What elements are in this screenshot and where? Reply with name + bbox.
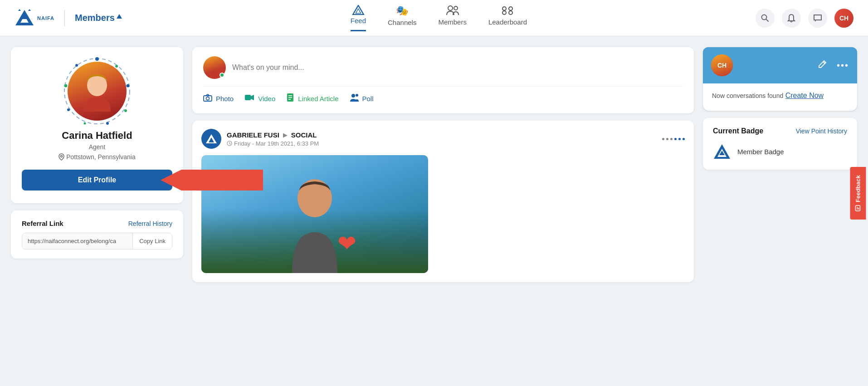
- conversation-avatar: CH: [711, 54, 733, 76]
- user-avatar[interactable]: CH: [834, 9, 853, 28]
- logo-area: NAIFA Members: [15, 9, 122, 27]
- composer-actions: Photo Video: [203, 86, 683, 104]
- badge-title: Current Badge: [713, 127, 763, 135]
- svg-line-42: [229, 144, 231, 145]
- feed-center: Photo Video: [192, 47, 694, 282]
- online-indicator: [219, 73, 224, 78]
- referral-card: Referral Link Referral History https://n…: [11, 210, 183, 259]
- edit-icon: [818, 60, 827, 69]
- post-author-avatar-icon: [205, 133, 217, 144]
- composer-input[interactable]: [232, 64, 683, 72]
- messages-button[interactable]: [808, 9, 827, 28]
- conversation-menu-button[interactable]: •••: [837, 60, 849, 71]
- article-label: Linked Article: [298, 95, 338, 103]
- clock-icon: [227, 141, 232, 146]
- svg-marker-3: [18, 9, 21, 11]
- svg-point-26: [89, 77, 105, 90]
- svg-point-36: [351, 94, 355, 98]
- nav-item-leaderboard[interactable]: Leaderboard: [488, 5, 527, 31]
- left-sidebar: Carina Hatfield Agent Pottstown, Pennsyl…: [11, 47, 183, 282]
- channels-icon: 🎭: [396, 5, 408, 17]
- badge-name: Member Badge: [737, 148, 784, 156]
- profile-avatar-initials: [68, 62, 127, 121]
- post-header: GABRIELE FUSI ▶ SOCIAL Friday - Mar 19th…: [192, 121, 694, 155]
- svg-rect-30: [245, 95, 251, 100]
- arrow-indicator: [181, 170, 263, 191]
- conversation-edit-icon[interactable]: [818, 60, 827, 71]
- edit-profile-button[interactable]: Edit Profile: [22, 170, 172, 191]
- profile-avatar-image: [68, 62, 127, 121]
- conv-avatar-img: CH: [711, 54, 733, 76]
- menu-dot-4: [674, 138, 677, 140]
- video-action[interactable]: Video: [244, 93, 275, 104]
- svg-point-29: [206, 97, 210, 100]
- svg-point-20: [106, 122, 109, 125]
- composer-avatar: [203, 56, 226, 79]
- svg-marker-6: [356, 9, 361, 13]
- conversation-card: CH ••• Now conversations found Create No…: [703, 47, 857, 111]
- notifications-button[interactable]: [782, 9, 801, 28]
- poll-icon: [350, 93, 359, 104]
- video-icon: [244, 94, 254, 103]
- referral-url-display: https://naifaconnect.org/belong/ca: [22, 233, 132, 249]
- svg-point-19: [124, 109, 127, 112]
- profile-title: Agent: [89, 143, 106, 151]
- profile-location: Pottstown, Pennsylvania: [59, 153, 136, 161]
- referral-history-link[interactable]: Referral History: [128, 220, 172, 227]
- conversation-empty-text: Now conversations found: [712, 92, 783, 99]
- post-author-name: GABRIELE FUSI: [227, 131, 279, 139]
- leaderboard-label: Leaderboard: [488, 18, 527, 26]
- svg-point-23: [64, 84, 68, 88]
- svg-point-44: [301, 183, 328, 209]
- profile-name: Carina Hatfield: [62, 130, 132, 142]
- feed-label: Feed: [351, 17, 366, 24]
- conversation-header: CH •••: [703, 47, 857, 83]
- svg-point-27: [61, 156, 63, 157]
- copy-link-button[interactable]: Copy Link: [132, 233, 172, 249]
- post-author-avatar: [201, 129, 221, 149]
- svg-point-18: [127, 84, 130, 88]
- members-arrow-icon: [117, 14, 122, 19]
- post-composer: Photo Video: [192, 47, 694, 113]
- badge-triangle-icon: [713, 142, 731, 161]
- svg-point-24: [75, 64, 78, 67]
- nav-item-members[interactable]: Members: [438, 5, 467, 31]
- members-logo-text: Members: [75, 13, 122, 23]
- svg-marker-4: [28, 9, 31, 11]
- svg-point-10: [509, 7, 512, 10]
- poll-action[interactable]: Poll: [350, 93, 374, 104]
- post-image-heart: ❤: [337, 232, 356, 255]
- channels-label: Channels: [388, 19, 416, 26]
- badge-icon: [713, 142, 731, 161]
- feedback-icon: [855, 205, 861, 211]
- nav-item-channels[interactable]: 🎭 Channels: [388, 5, 416, 31]
- svg-point-37: [356, 94, 358, 97]
- video-label: Video: [258, 95, 275, 103]
- article-action[interactable]: Linked Article: [286, 93, 338, 104]
- feedback-label: Feedback: [855, 175, 862, 202]
- post-channel-name: SOCIAL: [291, 131, 317, 139]
- referral-label: Referral Link: [22, 220, 63, 227]
- top-navigation: NAIFA Members Feed 🎭 Channels: [0, 0, 868, 36]
- members-icon: [446, 5, 459, 16]
- menu-dot-5: [678, 138, 681, 140]
- post-meta: GABRIELE FUSI ▶ SOCIAL Friday - Mar 19th…: [227, 131, 657, 147]
- nav-item-feed[interactable]: Feed: [351, 5, 366, 31]
- badge-card: Current Badge View Point History Member …: [703, 118, 857, 170]
- search-button[interactable]: [756, 9, 775, 28]
- badge-header: Current Badge View Point History: [713, 127, 847, 135]
- conversation-create-link[interactable]: Create Now: [785, 92, 824, 99]
- badge-history-link[interactable]: View Point History: [796, 127, 847, 135]
- feedback-tab[interactable]: Feedback: [850, 167, 866, 220]
- message-icon: [813, 14, 822, 22]
- photo-action[interactable]: Photo: [203, 93, 234, 104]
- post-menu-button[interactable]: [662, 138, 685, 140]
- svg-line-14: [766, 19, 768, 21]
- badge-row: Member Badge: [713, 142, 847, 161]
- post-image-area: ❤: [192, 155, 694, 282]
- svg-point-22: [67, 108, 70, 111]
- naifa-logo-icon: [15, 9, 34, 27]
- post-image-person: [278, 173, 351, 273]
- article-icon: [286, 93, 294, 104]
- members-label: Members: [438, 18, 467, 26]
